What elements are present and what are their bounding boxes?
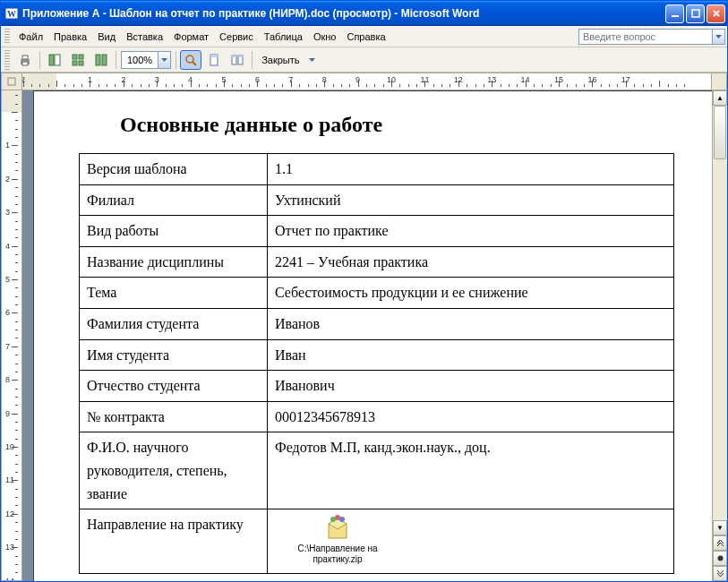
svg-rect-12 (79, 61, 83, 65)
ruler-number: 4 (5, 242, 10, 251)
maximize-button[interactable] (686, 4, 705, 23)
ruler-number: 5 (5, 275, 10, 284)
vertical-scrollbar[interactable]: ▲ ▼ (712, 90, 727, 581)
table-row: Ф.И.О. научного руководителя, степень, з… (80, 432, 674, 509)
prev-page-button[interactable] (713, 535, 727, 551)
scroll-thumb[interactable] (714, 106, 726, 159)
ruler-number: 17 (621, 75, 630, 84)
document-map-button[interactable] (44, 50, 65, 70)
row-value: Федотов М.П, канд.экон.наук., доц. (268, 432, 674, 509)
chevron-down-icon[interactable] (158, 52, 170, 68)
menu-grip[interactable] (4, 29, 10, 45)
menu-format[interactable]: Формат (168, 29, 214, 45)
ruler-number: 11 (5, 475, 14, 484)
row-value: 2241 – Учебная практика (268, 246, 674, 278)
menu-view[interactable]: Вид (92, 29, 121, 45)
menu-bar: Файл Правка Вид Вставка Формат Сервис Та… (1, 26, 727, 47)
one-page-button[interactable] (203, 50, 225, 70)
toolbar-grip[interactable] (4, 50, 10, 70)
ruler-number: 7 (288, 75, 293, 84)
row-label: № контракта (80, 401, 268, 432)
title-bar[interactable]: W Приложение А - Шаблон на отчет по прак… (1, 1, 727, 26)
svg-point-27 (717, 556, 723, 561)
horizontal-ruler-row: 121234567891011121314151617 (1, 73, 727, 90)
row-value: 00012345678913 (268, 401, 674, 432)
row-label: Фамилия студента (80, 308, 268, 339)
row-value: Иванович (268, 371, 674, 402)
toolbar-overflow-button[interactable] (307, 50, 318, 70)
ruler-number: 12 (454, 75, 463, 84)
scroll-down-button[interactable]: ▼ (713, 520, 727, 535)
select-browse-object-button[interactable] (713, 551, 727, 566)
svg-point-15 (186, 56, 193, 63)
row-label: Филиал (80, 184, 268, 216)
table-row-attachment: Направление на практикуC:\Направление на… (80, 509, 674, 574)
multiple-pages-button[interactable] (227, 50, 248, 70)
table-row: Название дисциплины2241 – Учебная практи… (80, 246, 674, 278)
ruler-number: 3 (5, 208, 10, 217)
svg-rect-9 (73, 55, 77, 59)
menu-help[interactable]: Справка (341, 29, 390, 45)
table-row: ТемаСебестоимость продукции и ее снижени… (80, 278, 674, 309)
ruler-number: 8 (322, 75, 327, 84)
menu-window[interactable]: Окно (308, 29, 342, 45)
ruler-number: 12 (5, 509, 14, 518)
scroll-up-button[interactable]: ▲ (713, 90, 727, 106)
ruler-number: 5 (221, 75, 226, 84)
zoom-combo[interactable]: 100% (121, 51, 171, 69)
row-value: 1.1 (268, 154, 674, 185)
ruler-number: 2 (121, 75, 125, 84)
table-row: Имя студентаИван (80, 339, 674, 371)
menu-edit[interactable]: Правка (48, 29, 92, 45)
svg-rect-14 (102, 55, 107, 65)
scroll-track[interactable] (713, 106, 727, 520)
next-page-button[interactable] (713, 566, 727, 581)
row-label: Ф.И.О. научного руководителя, степень, з… (80, 432, 268, 509)
svg-point-26 (339, 517, 345, 522)
svg-rect-20 (232, 56, 236, 57)
menu-table[interactable]: Таблица (259, 29, 308, 45)
minimize-button[interactable] (665, 4, 684, 23)
row-value: Иванов (268, 308, 674, 339)
ruler-number: 3 (155, 75, 159, 84)
table-row: Версия шаблона1.1 (80, 154, 674, 185)
menu-insert[interactable]: Вставка (121, 29, 168, 45)
magnifier-button[interactable] (180, 50, 201, 70)
close-button[interactable] (707, 4, 725, 23)
help-search-dropdown[interactable] (713, 29, 725, 45)
table-row: Отчество студентаИванович (80, 371, 674, 402)
attachment-label: C:\Направление на практику.zip (275, 543, 400, 565)
help-search-input[interactable] (578, 29, 713, 45)
ruler-number: 4 (188, 75, 193, 84)
svg-rect-2 (672, 15, 679, 17)
close-preview-button[interactable]: Закрыть (255, 50, 305, 70)
row-label: Отчество студента (80, 371, 268, 402)
ruler-number: 6 (5, 308, 10, 317)
menu-file[interactable]: Файл (13, 29, 48, 45)
data-table: Версия шаблона1.1ФилиалУхтинскийВид рабо… (79, 153, 674, 574)
vertical-ruler[interactable]: 11234567891011121314 (1, 90, 22, 581)
ruler-number: 8 (5, 375, 10, 384)
horizontal-ruler[interactable]: 121234567891011121314151617 (22, 73, 712, 90)
table-row: Фамилия студентаИванов (80, 308, 674, 339)
row-value: Себестоимость продукции и ее снижение (268, 278, 674, 309)
menu-tools[interactable]: Сервис (214, 29, 259, 45)
ruler-number: 10 (387, 75, 396, 84)
ruler-number: 1 (5, 141, 10, 150)
document-viewport[interactable]: Основные данные о работе Версия шаблона1… (22, 90, 712, 581)
table-row: ФилиалУхтинский (80, 184, 674, 216)
ruler-number: 9 (355, 75, 360, 84)
print-button[interactable] (14, 50, 36, 70)
ruler-number: 10 (5, 442, 14, 451)
ruler-number: 7 (5, 342, 10, 351)
reading-layout-button[interactable] (90, 50, 112, 70)
attachment-cell[interactable]: C:\Направление на практику.zip (268, 509, 674, 574)
ruler-number: 16 (587, 75, 596, 84)
svg-rect-5 (22, 56, 28, 59)
row-label: Имя студента (80, 339, 268, 371)
ruler-number: 14 (521, 75, 530, 84)
zoom-value: 100% (122, 55, 158, 65)
ruler-end-cap (712, 73, 727, 90)
thumbnails-button[interactable] (67, 50, 89, 70)
ruler-corner[interactable] (1, 73, 22, 90)
